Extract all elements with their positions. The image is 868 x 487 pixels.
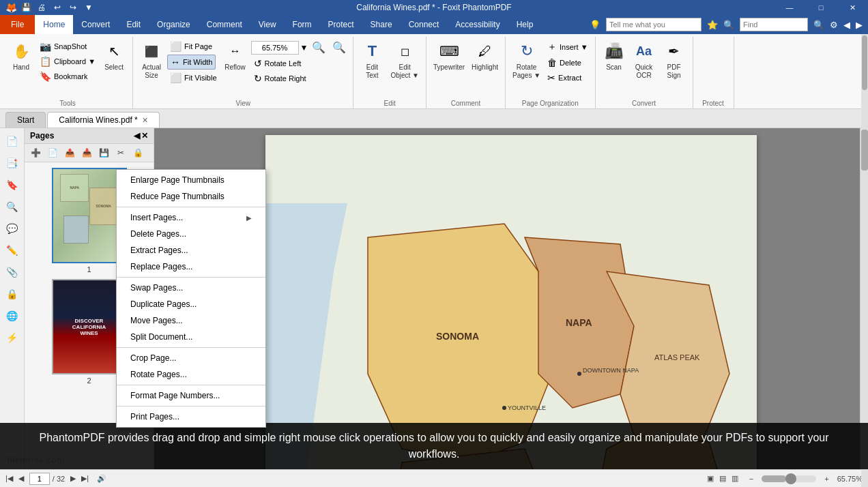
ctx-duplicate-pages[interactable]: Duplicate Pages... xyxy=(117,296,265,312)
zoom-in-status-btn[interactable]: + xyxy=(824,475,828,483)
menu-organize[interactable]: Organize xyxy=(149,15,199,34)
status-nav-start-btn[interactable]: |◀ xyxy=(5,474,13,483)
zoom-slider-thumb[interactable] xyxy=(785,473,796,484)
find-input[interactable] xyxy=(740,18,808,31)
edit-text-btn[interactable]: T EditText xyxy=(358,38,386,82)
ctx-replace-pages[interactable]: Replace Pages... xyxy=(117,259,265,275)
view-continuous-btn[interactable]: ▤ xyxy=(719,474,726,483)
menu-edit[interactable]: Edit xyxy=(118,15,149,34)
ctx-print-pages[interactable]: Print Pages... xyxy=(117,409,265,425)
sidebar-web-icon[interactable]: 🌐 xyxy=(2,306,23,326)
select-tool-btn[interactable]: ↖ Select xyxy=(100,38,128,74)
menu-share[interactable]: Share xyxy=(362,15,401,34)
fit-visible-btn[interactable]: ⬜Fit Visible xyxy=(167,71,219,85)
pages-scrollbar-thumb[interactable] xyxy=(862,35,867,90)
zoom-out-btn[interactable]: 🔍 xyxy=(330,40,349,55)
ctx-reduce-thumbs[interactable]: Reduce Page Thumbnails xyxy=(117,188,265,205)
sidebar-attach-icon[interactable]: 📎 xyxy=(2,262,23,282)
tell-me-input[interactable] xyxy=(606,18,701,31)
sidebar-security-icon[interactable]: 🔒 xyxy=(2,284,23,304)
maximize-btn[interactable]: □ xyxy=(805,0,837,15)
panel-lock-btn[interactable]: 🔒 xyxy=(130,145,146,160)
ctx-enlarge-thumbs[interactable]: Enlarge Page Thumbnails xyxy=(117,172,265,188)
panel-cut-btn[interactable]: ✂ xyxy=(113,145,129,160)
sidebar-markup-icon[interactable]: ✏️ xyxy=(2,240,23,261)
sidebar-action-icon[interactable]: ⚡ xyxy=(2,327,23,348)
status-nav-prev-btn[interactable]: ◀ xyxy=(18,474,24,483)
ctx-format-page-numbers[interactable]: Format Page Numbers... xyxy=(117,387,265,404)
minimize-btn[interactable]: — xyxy=(774,0,805,15)
menu-convert[interactable]: Convert xyxy=(73,15,118,34)
nav-prev-icon[interactable]: ◀ xyxy=(843,20,850,30)
clipboard-btn[interactable]: 📋Clipboard ▼ xyxy=(37,55,98,68)
status-nav-end-btn[interactable]: ▶| xyxy=(81,474,89,483)
sidebar-comment-icon[interactable]: 💬 xyxy=(2,218,23,239)
panel-import-btn[interactable]: 📥 xyxy=(78,145,95,160)
panel-nav-prev[interactable]: ◀ xyxy=(134,131,140,141)
tab-california-wines[interactable]: California Wines.pdf * ✕ xyxy=(47,112,159,128)
ctx-delete-pages[interactable]: Delete Pages... xyxy=(117,226,265,242)
page-number-input[interactable] xyxy=(29,473,50,485)
edit-text-label: EditText xyxy=(366,63,378,80)
menu-home[interactable]: Home xyxy=(35,15,73,34)
panel-page-btn[interactable]: 📄 xyxy=(44,145,61,160)
menu-form[interactable]: Form xyxy=(285,15,320,34)
menu-file[interactable]: File xyxy=(0,15,35,34)
menu-accessibility[interactable]: Accessibility xyxy=(447,15,508,34)
zoom-dropdown-arrow[interactable]: ▼ xyxy=(300,43,308,53)
close-btn[interactable]: ✕ xyxy=(837,0,868,15)
viewer-scrollbar-thumb[interactable] xyxy=(861,130,868,171)
ctx-move-pages[interactable]: Move Pages... xyxy=(117,312,265,329)
quick-ocr-btn[interactable]: Aa QuickOCR xyxy=(630,38,659,82)
bookmark-btn[interactable]: 🔖Bookmark xyxy=(37,70,98,83)
tab-start[interactable]: Start xyxy=(5,112,46,128)
panel-export-btn[interactable]: 📤 xyxy=(61,145,78,160)
sidebar-bookmarks-icon[interactable]: 🔖 xyxy=(2,175,23,195)
panel-nav-close[interactable]: ✕ xyxy=(141,131,148,141)
zoom-slider[interactable] xyxy=(762,475,816,482)
fit-width-btn[interactable]: ↔Fit Width xyxy=(167,55,216,70)
ctx-crop-page[interactable]: Crop Page... xyxy=(117,350,265,366)
ctx-insert-pages[interactable]: Insert Pages... ▶ xyxy=(117,209,265,226)
actual-size-btn[interactable]: ⬛ ActualSize xyxy=(137,38,166,82)
zoom-out-status-btn[interactable]: − xyxy=(749,475,753,483)
view-facing-btn[interactable]: ▥ xyxy=(732,474,738,483)
reflow-btn[interactable]: ↔ Reflow xyxy=(221,38,250,74)
scan-btn[interactable]: 📠 Scan xyxy=(600,38,628,74)
insert-btn[interactable]: ＋Insert ▼ xyxy=(545,40,590,55)
typewriter-btn[interactable]: ⌨ Typewriter xyxy=(431,38,467,74)
edit-object-btn[interactable]: ◻ EditObject ▼ xyxy=(388,38,422,82)
highlight-btn[interactable]: 🖊 Highlight xyxy=(469,38,501,74)
panel-save-btn[interactable]: 💾 xyxy=(96,145,112,160)
menu-comment[interactable]: Comment xyxy=(199,15,250,34)
tab-close-btn[interactable]: ✕ xyxy=(142,116,148,125)
menu-view[interactable]: View xyxy=(250,15,285,34)
menu-help[interactable]: Help xyxy=(508,15,542,34)
audio-btn[interactable]: 🔊 xyxy=(97,474,106,483)
ctx-rotate-pages[interactable]: Rotate Pages... xyxy=(117,366,265,383)
rotate-right-btn[interactable]: ↻Rotate Right xyxy=(251,72,349,85)
snapshot-btn[interactable]: 📷SnapShot xyxy=(37,40,98,53)
pdf-sign-btn[interactable]: ✒ PDFSign xyxy=(660,38,689,82)
extract-btn[interactable]: ✂Extract xyxy=(545,71,590,85)
zoom-level-input[interactable] xyxy=(251,41,299,55)
ctx-extract-pages[interactable]: Extract Pages... xyxy=(117,242,265,259)
status-nav-next-btn[interactable]: ▶ xyxy=(70,474,76,483)
menu-protect[interactable]: Protect xyxy=(320,15,362,34)
zoom-in-btn[interactable]: 🔍 xyxy=(309,40,328,55)
hand-tool-btn[interactable]: ✋ Hand xyxy=(7,38,35,74)
sidebar-page-icon[interactable]: 📄 xyxy=(2,131,23,151)
sidebar-search-icon[interactable]: 🔍 xyxy=(2,196,23,217)
delete-btn[interactable]: 🗑Delete xyxy=(545,56,590,70)
fit-page-btn[interactable]: ⬜Fit Page xyxy=(167,40,215,53)
rotate-pages-btn[interactable]: ↻ RotatePages ▼ xyxy=(510,38,543,82)
panel-insert-btn[interactable]: ➕ xyxy=(27,145,44,160)
ctx-swap-pages[interactable]: Swap Pages... xyxy=(117,280,265,296)
view-single-btn[interactable]: ▣ xyxy=(707,474,714,483)
viewer-scrollbar[interactable] xyxy=(860,128,868,469)
rotate-left-btn[interactable]: ↺Rotate Left xyxy=(251,57,349,70)
ctx-split-document[interactable]: Split Document... xyxy=(117,329,265,345)
menu-connect[interactable]: Connect xyxy=(401,15,448,34)
sidebar-layers-icon[interactable]: 📑 xyxy=(2,153,23,173)
nav-next-icon[interactable]: ▶ xyxy=(856,20,863,30)
